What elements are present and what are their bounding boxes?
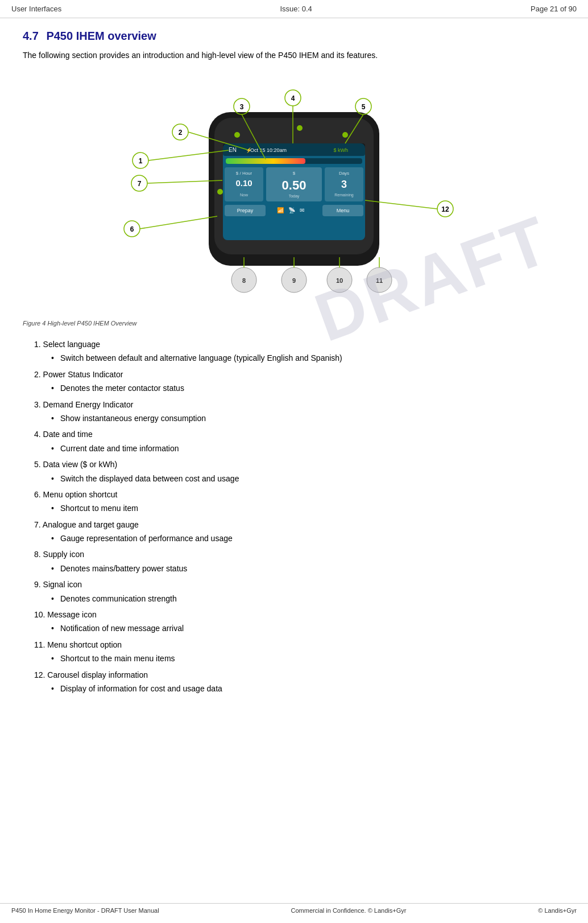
- feature-item-10: 10. Message iconNotification of new mess…: [34, 608, 565, 635]
- svg-text:Now: Now: [240, 193, 249, 197]
- page-footer: P450 In Home Energy Monitor - DRAFT User…: [0, 903, 588, 917]
- svg-text:EN: EN: [229, 147, 237, 153]
- feature-item-3: 3. Demand Energy IndicatorShow instantan…: [34, 398, 565, 425]
- feature-title-5: 5. Data view ($ or kWh): [34, 460, 117, 469]
- device-illustration: EN ⚡ Oct 15 10:20am $ kWh $ / Hour 0.10 …: [23, 75, 565, 314]
- svg-text:12: 12: [441, 205, 449, 213]
- svg-text:Today: Today: [289, 194, 300, 199]
- svg-point-4: [342, 132, 348, 138]
- feature-title-4: 4. Date and time: [34, 430, 93, 439]
- feature-title-12: 12. Carousel display information: [34, 670, 148, 679]
- svg-text:Remaining: Remaining: [334, 193, 354, 197]
- footer-center: Commercial in Confidence. © Landis+Gyr: [291, 907, 407, 914]
- svg-text:Prepay: Prepay: [237, 208, 254, 213]
- feature-item-12: 12. Carousel display informationDisplay …: [34, 669, 565, 695]
- svg-text:9: 9: [292, 277, 296, 284]
- svg-text:1: 1: [139, 157, 143, 165]
- feature-title-7: 7. Analogue and target gauge: [34, 520, 139, 529]
- feature-bullet: Current date and time information: [51, 442, 565, 455]
- feature-item-5: 5. Data view ($ or kWh)Switch the displa…: [34, 458, 565, 485]
- feature-bullets-9: Denotes communication strength: [51, 592, 565, 605]
- feature-bullets-12: Display of information for cost and usag…: [51, 682, 565, 695]
- svg-text:4: 4: [291, 94, 295, 102]
- svg-text:8: 8: [242, 277, 246, 284]
- feature-title-11: 11. Menu shortcut option: [34, 640, 122, 649]
- feature-bullet: Shortcut to menu item: [51, 502, 565, 514]
- feature-bullets-11: Shortcut to the main menu items: [51, 652, 565, 665]
- svg-text:Days: Days: [339, 171, 349, 176]
- footer-left: P450 In Home Energy Monitor - DRAFT User…: [11, 907, 159, 914]
- feature-item-4: 4. Date and timeCurrent date and time in…: [34, 428, 565, 455]
- svg-point-2: [234, 132, 240, 138]
- feature-title-8: 8. Supply icon: [34, 550, 84, 559]
- feature-bullet: Switch the displayed data between cost a…: [51, 472, 565, 485]
- feature-bullet: Notification of new message arrival: [51, 622, 565, 634]
- svg-text:$: $: [293, 171, 296, 176]
- feature-bullets-1: Switch between default and alternative l…: [51, 352, 565, 364]
- feature-bullets-3: Show instantaneous energy consumption: [51, 412, 565, 425]
- features-list: 1. Select languageSwitch between default…: [34, 338, 565, 695]
- section-title: 4.7 P450 IHEM overview: [23, 30, 565, 43]
- header-right: Page 21 of 90: [531, 5, 577, 13]
- feature-item-6: 6. Menu option shortcutShortcut to menu …: [34, 488, 565, 515]
- svg-text:0.10: 0.10: [235, 178, 252, 188]
- intro-paragraph: The following section provides an introd…: [23, 50, 565, 61]
- feature-bullets-7: Gauge representation of performance and …: [51, 532, 565, 545]
- svg-text:3: 3: [341, 179, 347, 190]
- feature-title-10: 10. Message icon: [34, 610, 97, 619]
- figure-caption: Figure 4 High-level P450 IHEM Overview: [23, 320, 565, 327]
- svg-point-3: [297, 125, 303, 131]
- feature-bullet: Shortcut to the main menu items: [51, 652, 565, 665]
- feature-item-2: 2. Power Status IndicatorDenotes the met…: [34, 368, 565, 395]
- svg-line-58: [140, 216, 217, 229]
- feature-bullet: Display of information for cost and usag…: [51, 682, 565, 695]
- svg-text:11: 11: [376, 277, 383, 284]
- svg-text:3: 3: [240, 103, 244, 111]
- feature-bullets-5: Switch the displayed data between cost a…: [51, 472, 565, 485]
- feature-bullet: Denotes the meter contactor status: [51, 382, 565, 394]
- feature-bullet: Switch between default and alternative l…: [51, 352, 565, 364]
- header-left: User Interfaces: [11, 5, 61, 13]
- svg-text:6: 6: [130, 225, 134, 233]
- feature-item-11: 11. Menu shortcut optionShortcut to the …: [34, 638, 565, 665]
- feature-bullet: Denotes communication strength: [51, 592, 565, 605]
- feature-item-7: 7. Analogue and target gaugeGauge repres…: [34, 518, 565, 545]
- svg-text:$ kWh: $ kWh: [333, 147, 348, 153]
- feature-bullet: Show instantaneous energy consumption: [51, 412, 565, 425]
- feature-bullets-8: Denotes mains/battery power status: [51, 562, 565, 575]
- feature-bullets-4: Current date and time information: [51, 442, 565, 455]
- section-number: 4.7: [23, 30, 39, 42]
- feature-bullets-10: Notification of new message arrival: [51, 622, 565, 634]
- page-header: User Interfaces Issue: 0.4 Page 21 of 90: [0, 0, 588, 18]
- svg-point-5: [217, 189, 223, 195]
- svg-text:7: 7: [138, 180, 142, 188]
- feature-bullets-2: Denotes the meter contactor status: [51, 382, 565, 394]
- feature-item-1: 1. Select languageSwitch between default…: [34, 338, 565, 365]
- svg-text:10: 10: [336, 277, 343, 284]
- svg-text:Menu: Menu: [337, 208, 350, 213]
- feature-item-8: 8. Supply iconDenotes mains/battery powe…: [34, 548, 565, 575]
- feature-bullets-6: Shortcut to menu item: [51, 502, 565, 514]
- svg-text:Oct 15  10:20am: Oct 15 10:20am: [250, 147, 287, 153]
- feature-title-2: 2. Power Status Indicator: [34, 370, 123, 379]
- svg-text:5: 5: [362, 103, 366, 111]
- feature-title-1: 1. Select language: [34, 340, 100, 349]
- feature-title-9: 9. Signal icon: [34, 580, 82, 589]
- feature-title-3: 3. Demand Energy Indicator: [34, 400, 133, 409]
- svg-text:✉: ✉: [300, 207, 304, 213]
- header-center: Issue: 0.4: [280, 5, 312, 13]
- svg-text:2: 2: [179, 129, 183, 137]
- device-diagram-svg: EN ⚡ Oct 15 10:20am $ kWh $ / Hour 0.10 …: [101, 78, 487, 311]
- svg-text:$ / Hour: $ / Hour: [236, 171, 252, 176]
- svg-text:📡: 📡: [288, 207, 296, 214]
- feature-bullet: Denotes mains/battery power status: [51, 562, 565, 575]
- svg-text:0.50: 0.50: [282, 178, 307, 192]
- section-heading: P450 IHEM overview: [46, 30, 156, 42]
- main-content: 4.7 P450 IHEM overview The following sec…: [0, 18, 588, 710]
- feature-item-9: 9. Signal iconDenotes communication stre…: [34, 578, 565, 605]
- feature-title-6: 6. Menu option shortcut: [34, 490, 117, 499]
- svg-text:📶: 📶: [277, 207, 284, 214]
- footer-right: © Landis+Gyr: [538, 907, 577, 914]
- feature-bullet: Gauge representation of performance and …: [51, 532, 565, 545]
